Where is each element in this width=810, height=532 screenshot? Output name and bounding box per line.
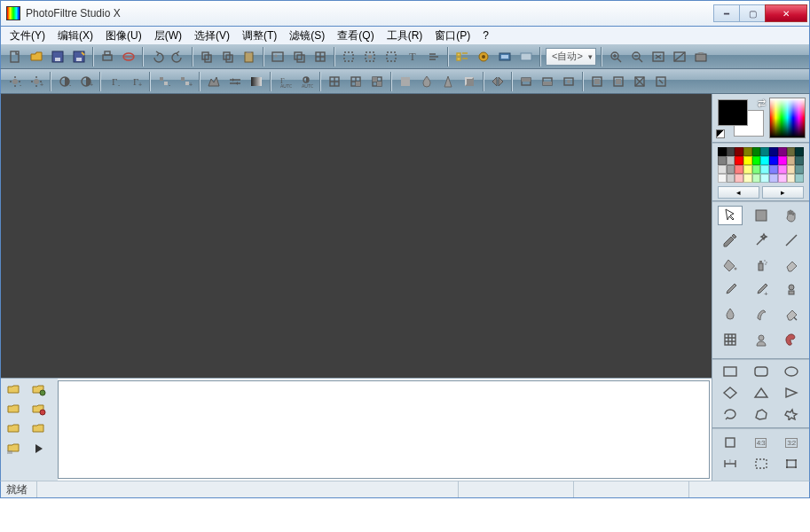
palette-swatch[interactable]	[718, 165, 727, 174]
shape-rect[interactable]	[718, 364, 743, 379]
auto-contrast-icon[interactable]: AUTO	[296, 72, 316, 91]
color-spectrum[interactable]	[769, 98, 806, 138]
rotate-icon[interactable]	[559, 72, 578, 91]
menu-window[interactable]: 窗口(P)	[429, 27, 476, 45]
plugin-icon[interactable]	[474, 47, 493, 66]
module-4-icon[interactable]	[651, 72, 671, 91]
shape-lasso[interactable]	[718, 406, 743, 422]
default-colors-icon[interactable]	[716, 129, 725, 138]
duplicate-icon[interactable]	[289, 47, 309, 66]
layer-panel[interactable]	[58, 380, 710, 479]
redo-icon[interactable]	[169, 47, 188, 66]
maximize-button[interactable]: ▢	[739, 4, 766, 22]
selection-bounds-icon[interactable]	[381, 47, 401, 66]
zoom-combo[interactable]: <自动>	[546, 48, 596, 66]
selection-tool[interactable]	[749, 206, 774, 225]
opt-width[interactable]: I	[718, 456, 743, 472]
saturation-plus-icon[interactable]: +	[176, 72, 195, 91]
opt-bounds[interactable]	[749, 456, 774, 472]
palette-swatch[interactable]	[787, 147, 796, 156]
copy-icon[interactable]	[197, 47, 216, 66]
menu-edit[interactable]: 编辑(X)	[52, 27, 98, 45]
line-tool[interactable]	[779, 231, 804, 250]
selection-show-icon[interactable]	[339, 47, 358, 66]
gamma-plus-icon[interactable]: Γ+	[126, 72, 145, 91]
palette-swatch[interactable]	[752, 174, 761, 183]
palette-swatch[interactable]	[760, 147, 769, 156]
shape-rounded-rect[interactable]	[749, 364, 774, 379]
automate-icon[interactable]	[495, 47, 515, 66]
menu-filter[interactable]: 滤镜(S)	[284, 27, 330, 45]
zoom-out-icon[interactable]	[627, 47, 647, 66]
brush-tool[interactable]	[718, 280, 743, 300]
canvas-area[interactable]	[1, 94, 712, 378]
palette-swatch[interactable]	[735, 165, 743, 174]
histogram-icon[interactable]	[204, 72, 224, 91]
palette-swatch[interactable]	[735, 174, 743, 183]
palette-swatch[interactable]	[743, 147, 752, 156]
palette-swatch[interactable]	[752, 165, 761, 174]
opt-ratio-32[interactable]: 3:2	[779, 434, 804, 450]
palette-swatch[interactable]	[795, 147, 804, 156]
palette-swatch[interactable]	[727, 174, 735, 183]
wand-tool[interactable]	[749, 231, 774, 250]
layer-dup-icon[interactable]	[28, 382, 51, 398]
text-icon[interactable]: T	[403, 47, 422, 66]
shape-ellipse[interactable]	[779, 364, 804, 379]
palette-swatch[interactable]	[787, 156, 796, 165]
palette-swatch[interactable]	[787, 174, 796, 183]
levels-icon[interactable]	[225, 72, 245, 91]
dither-1-icon[interactable]	[325, 72, 344, 91]
layer-new-icon[interactable]	[3, 382, 26, 398]
flip-v2-icon[interactable]	[538, 72, 557, 91]
smudge-tool[interactable]	[749, 305, 774, 325]
fit-screen-icon[interactable]	[649, 47, 668, 66]
soften-icon[interactable]	[396, 72, 415, 91]
module-1-icon[interactable]	[587, 72, 607, 91]
palette-swatch[interactable]	[778, 147, 787, 156]
foreground-color[interactable]	[718, 99, 748, 126]
actual-size-icon[interactable]	[670, 47, 689, 66]
module-3-icon[interactable]	[630, 72, 649, 91]
auto-levels-icon[interactable]: ΓAUTO	[275, 72, 295, 91]
art-tool[interactable]	[779, 330, 804, 349]
palette-swatch[interactable]	[727, 147, 735, 156]
scan-icon[interactable]	[119, 47, 138, 66]
preferences-icon[interactable]	[516, 47, 536, 66]
layer-visible-icon[interactable]	[3, 441, 26, 457]
menu-image[interactable]: 图像(U)	[100, 27, 147, 45]
palette-swatch[interactable]	[743, 174, 752, 183]
opt-ratio-43[interactable]: 4:3	[749, 434, 774, 450]
palette-swatch[interactable]	[743, 165, 752, 174]
swap-colors-icon[interactable]: ⇄	[758, 98, 766, 109]
palette-swatch[interactable]	[760, 174, 769, 183]
palette-swatch[interactable]	[778, 156, 787, 165]
menu-adjust[interactable]: 调整(T)	[237, 27, 282, 45]
layer-from-file-icon[interactable]	[268, 47, 287, 66]
opt-square[interactable]	[718, 434, 743, 450]
undo-icon[interactable]	[147, 47, 167, 66]
brightness-minus-icon[interactable]: -	[5, 72, 25, 91]
palette-swatch[interactable]	[735, 156, 743, 165]
brightness-plus-icon[interactable]: +	[27, 72, 46, 91]
menu-view[interactable]: 查看(Q)	[332, 27, 379, 45]
sharpen-icon[interactable]	[438, 72, 458, 91]
minimize-button[interactable]: ━	[713, 4, 740, 22]
new-icon[interactable]	[5, 47, 25, 66]
palette-swatch[interactable]	[752, 147, 761, 156]
close-button[interactable]: ✕	[765, 4, 807, 22]
pointer-tool[interactable]	[718, 206, 743, 225]
palette-swatch[interactable]	[760, 165, 769, 174]
palette-swatch[interactable]	[718, 174, 727, 183]
grayscale-icon[interactable]	[247, 72, 266, 91]
pattern-tool[interactable]	[718, 330, 743, 349]
shape-star[interactable]	[779, 406, 804, 422]
shape-triangle-right[interactable]	[779, 385, 804, 401]
palette-swatch[interactable]	[795, 165, 804, 174]
zoom-in-icon[interactable]	[606, 47, 625, 66]
palette-swatch[interactable]	[727, 165, 735, 174]
palette-swatch[interactable]	[718, 156, 727, 165]
palette-swatch[interactable]	[760, 156, 769, 165]
palette-swatch[interactable]	[769, 156, 778, 165]
palette-prev-button[interactable]: ◂	[718, 186, 759, 199]
